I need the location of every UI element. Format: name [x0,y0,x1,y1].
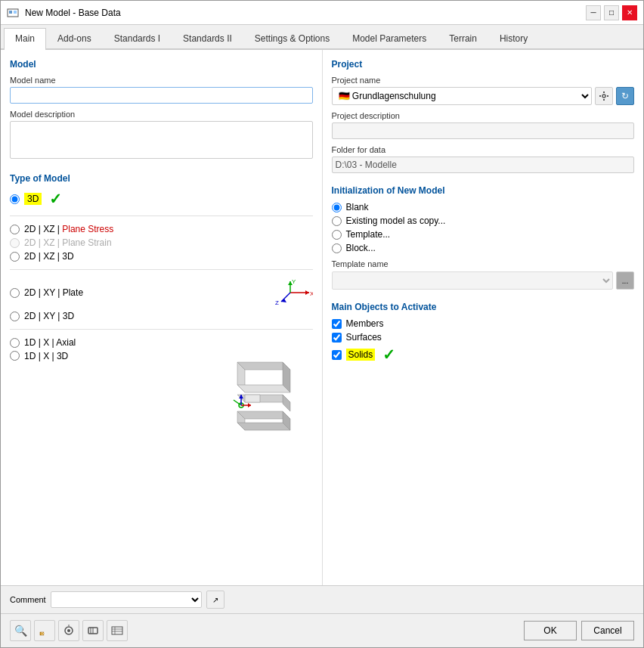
search-button[interactable]: 🔍 [10,620,31,641]
checkbox-members[interactable] [332,319,342,329]
maximize-button[interactable]: □ [604,5,619,20]
radio-2d-xy-plate[interactable] [10,288,20,298]
comment-bar: Comment ↗ [1,585,643,613]
tab-settings[interactable]: Settings & Options [243,28,341,48]
dialog-buttons: OK Cancel [524,621,634,640]
left-panel: Model Model name Model description Type … [1,50,323,585]
radio-2d-xz-strain-row: 2D | XZ | Plane Strain [10,237,313,248]
radio-3d[interactable] [10,194,20,204]
radio-block-row[interactable]: Block... [332,243,635,253]
tab-terrain[interactable]: Terrain [438,28,488,48]
radio-2d-xz-3d-row[interactable]: 2D | XZ | 3D [10,251,313,262]
checkbox-members-label: Members [346,318,384,329]
radio-template-row[interactable]: Template... [332,229,635,240]
svg-marker-15 [237,385,290,392]
init-section: Initialization of New Model Blank Existi… [332,185,635,290]
checkbox-solids-label: Solids [346,349,376,361]
radio-blank-label: Blank [346,202,369,212]
tab-addons[interactable]: Add-ons [46,28,103,48]
tool-icon1 [63,625,75,637]
minimize-button[interactable]: ─ [586,5,601,20]
radio-2d-xy-3d-row[interactable]: 2D | XY | 3D [10,311,313,321]
radio-3d-row[interactable]: 3D ✓ [10,190,313,208]
svg-rect-33 [607,95,608,97]
model-description-label: Model description [10,110,313,119]
svg-text:Y: Y [292,278,296,285]
cancel-button[interactable]: Cancel [581,621,634,640]
browse-icon: ... [622,277,628,285]
tool-button1[interactable] [58,620,79,641]
radio-block[interactable] [332,243,342,253]
tab-standards1[interactable]: Standards I [103,28,172,48]
divider1 [10,215,313,216]
settings-icon1 [599,91,609,101]
svg-marker-4 [305,290,309,295]
radio-2d-xz-stress-row[interactable]: 2D | XZ | Plane Stress [10,224,313,234]
checkbox-surfaces-row[interactable]: Surfaces [332,332,635,343]
radio-blank[interactable] [332,203,342,212]
project-name-row: 🇩🇪 Grundlagenschulung ↻ [332,87,635,105]
tab-standards2[interactable]: Standards II [172,28,243,48]
ok-button[interactable]: OK [524,621,577,640]
tool-button2[interactable] [82,620,104,641]
template-name-select[interactable] [332,271,614,290]
radio-existing-label: Existing model as copy... [346,215,446,226]
svg-rect-42 [112,627,122,634]
title-bar: New Model - Base Data ─ □ ✕ [1,1,643,25]
init-section-title: Initialization of New Model [332,185,635,196]
activate-section: Main Objects to Activate Members Surface… [332,302,635,364]
svg-point-37 [67,629,70,632]
model-description-input[interactable] [10,121,313,159]
comment-select[interactable] [51,591,202,608]
tool-icon3 [111,625,123,637]
coordinate-button[interactable]: 00 [34,620,55,641]
model-name-label: Model name [10,76,313,85]
radio-2d-xz-3d[interactable] [10,252,20,262]
radio-2d-xy-plate-row[interactable]: 2D | XY | Plate X Y [10,277,313,308]
svg-rect-30 [603,91,605,93]
tab-bar: Main Add-ons Standards I Standards II Se… [1,25,643,50]
divider3 [10,329,313,330]
tool-button3[interactable] [107,620,128,641]
radio-template[interactable] [332,230,342,240]
checkbox-surfaces-label: Surfaces [346,332,382,343]
radio-existing-row[interactable]: Existing model as copy... [332,215,635,226]
radio-2d-xz-3d-label: 2D | XZ | 3D [24,251,74,262]
svg-marker-21 [237,423,290,430]
project-section-title: Project [332,59,635,70]
project-settings-btn2[interactable]: ↻ [616,87,634,105]
radio-blank-row[interactable]: Blank [332,202,635,212]
radio-1d-x-axial[interactable] [10,338,20,348]
svg-text:X: X [310,290,313,297]
toolbar-icons: 🔍 00 [10,620,128,641]
radio-1d-x-axial-row[interactable]: 1D | X | Axial [10,337,313,348]
tab-model-params[interactable]: Model Parameters [341,28,438,48]
tab-main[interactable]: Main [4,28,46,50]
checkbox-surfaces[interactable] [332,333,342,343]
svg-text:Z: Z [275,299,279,306]
project-settings-btn1[interactable] [595,87,613,105]
radio-2d-xy-3d[interactable] [10,312,20,321]
radio-1d-x-3d[interactable] [10,351,20,361]
search-icon: 🔍 [14,625,27,637]
radio-existing[interactable] [332,216,342,226]
comment-icon: ↗ [212,596,218,604]
close-button[interactable]: ✕ [622,5,637,20]
template-browse-btn[interactable]: ... [616,271,634,290]
checkbox-solids-row[interactable]: Solids ✓ [332,346,635,364]
checkbox-members-row[interactable]: Members [332,318,635,329]
svg-marker-12 [237,362,290,370]
radio-2d-xz-stress[interactable] [10,225,20,234]
comment-action-btn[interactable]: ↗ [206,591,224,609]
checkbox-solids[interactable] [332,350,342,360]
main-content: Model Model name Model description Type … [1,50,643,647]
template-name-label: Template name [332,259,635,268]
check-solids: ✓ [382,346,395,364]
svg-rect-1 [9,11,12,14]
svg-point-29 [602,95,605,98]
project-name-select[interactable]: 🇩🇪 Grundlagenschulung [332,87,593,105]
model-name-input[interactable] [10,87,313,104]
tab-history[interactable]: History [488,28,539,48]
check-3d: ✓ [49,190,62,208]
radio-1d-x-3d-row[interactable]: 1D | X | 3D [10,351,313,442]
